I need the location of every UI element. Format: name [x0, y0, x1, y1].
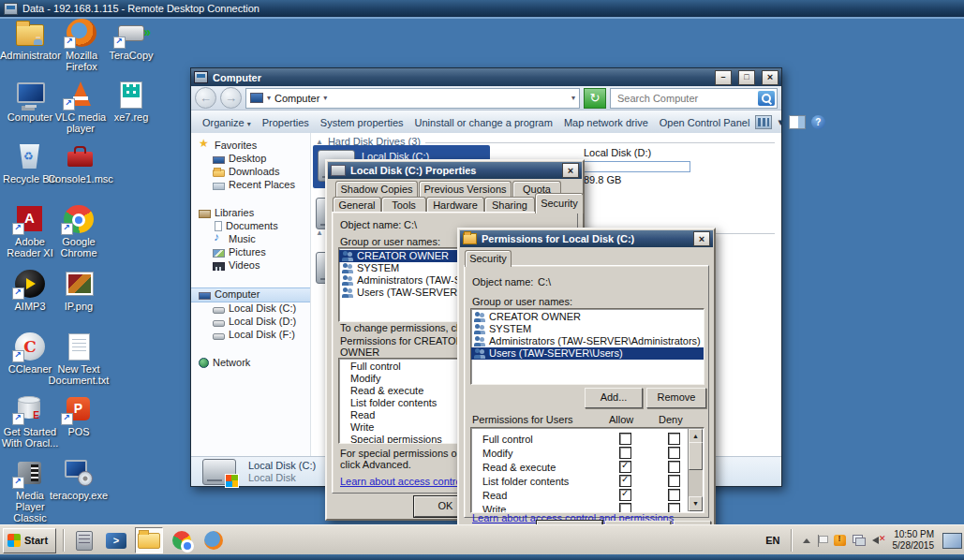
permission-row: Read [471, 488, 704, 502]
back-button[interactable]: ← [195, 87, 216, 109]
vertical-scrollbar[interactable] [688, 429, 703, 511]
deny-checkbox[interactable] [668, 447, 680, 459]
permissions-dialog-title-bar[interactable]: Permissions for Local Disk (C:) [460, 230, 713, 247]
help-icon[interactable] [811, 115, 825, 129]
volume-muted-icon[interactable] [872, 535, 886, 546]
list-item-selected[interactable]: Users (TAW-SERVER\Users) [471, 347, 704, 360]
permissions-dialog: Permissions for Local Disk (C:) Security… [457, 228, 716, 540]
search-input[interactable] [615, 92, 758, 105]
maximize-button[interactable] [738, 70, 755, 85]
minimize-button[interactable] [715, 70, 732, 85]
search-box[interactable] [610, 88, 778, 109]
sidebar-item-music[interactable]: Music [191, 233, 310, 246]
list-item[interactable]: Administrators (TAW-SERVER\Administrator… [471, 335, 704, 347]
permissions-checkbox-list[interactable]: Full control Modify Read & execute List … [470, 427, 704, 513]
show-desktop-button[interactable] [942, 533, 962, 549]
sidebar-item-documents[interactable]: Documents [191, 220, 310, 233]
close-icon[interactable] [693, 231, 710, 246]
open-control-panel-command[interactable]: Open Control Panel [654, 117, 756, 128]
deny-checkbox[interactable] [668, 461, 680, 473]
sidebar-item-desktop[interactable]: Desktop [191, 153, 310, 166]
forward-button[interactable]: → [220, 87, 242, 109]
folder-icon [138, 533, 160, 549]
taskbar-firefox-button[interactable] [200, 528, 227, 553]
allow-checkbox[interactable] [619, 433, 631, 445]
tab-security[interactable]: Security [535, 193, 584, 214]
sidebar-item-local-disk-d[interactable]: Local Disk (D:) [191, 316, 310, 329]
organize-menu[interactable]: Organize ▾ [197, 117, 257, 128]
desktop-icon-new-text-document[interactable]: New Text Document.txt [47, 332, 111, 386]
sidebar-item-videos[interactable]: Videos [191, 259, 310, 273]
taskbar-chrome-button[interactable] [169, 528, 195, 553]
taskbar-powershell-button[interactable] [103, 528, 129, 553]
desktop-icon-chrome[interactable]: Google Chrome [50, 205, 108, 258]
sidebar-item-pictures[interactable]: Pictures [191, 246, 310, 259]
desktop-icon-label: Console1.msc [47, 173, 114, 184]
start-button[interactable]: Start [3, 528, 56, 553]
favorites-star-icon [199, 140, 211, 151]
uninstall-command[interactable]: Uninstall or change a program [409, 117, 558, 128]
sidebar-item-local-disk-c[interactable]: Local Disk (C:) [191, 302, 310, 316]
desktop-icon-console1[interactable]: Console1.msc [47, 142, 114, 184]
change-view-icon[interactable] [755, 115, 772, 129]
clock[interactable]: 10:50 PM 5/28/2015 [893, 529, 937, 552]
system-properties-command[interactable]: System properties [315, 117, 409, 128]
desktop-icon-teracopy-exe[interactable]: teracopy.exe [47, 459, 111, 501]
chevron-down-icon[interactable]: ▾ [778, 116, 783, 128]
breadcrumb[interactable]: Computer [274, 93, 319, 104]
desktop-icon-ip-png[interactable]: IP.png [50, 270, 108, 312]
address-dropdown-icon[interactable]: ▾ [571, 94, 575, 102]
scroll-down-icon[interactable] [689, 496, 703, 511]
remove-button[interactable]: Remove [646, 388, 706, 408]
allow-checkbox[interactable] [619, 447, 631, 459]
preview-pane-icon[interactable] [789, 115, 806, 129]
properties-dialog-title-bar[interactable]: Local Disk (C:) Properties [328, 162, 582, 179]
allow-checkbox[interactable] [619, 489, 631, 501]
rdp-title-bar: Data - 192.168.1.115 - Remote Desktop Co… [0, 0, 964, 17]
allow-checkbox[interactable] [619, 461, 631, 473]
properties-command[interactable]: Properties [257, 117, 315, 128]
scroll-thumb[interactable] [689, 442, 703, 470]
close-icon[interactable] [562, 163, 579, 178]
desktop-icon-pos[interactable]: POS [50, 395, 108, 437]
language-indicator[interactable]: EN [765, 535, 779, 546]
sidebar-item-downloads[interactable]: Downloads [191, 166, 310, 179]
refresh-button[interactable] [584, 88, 606, 109]
desktop-icon-xe7-reg[interactable]: xe7.reg [103, 81, 159, 123]
sidebar-item-recent-places[interactable]: Recent Places [191, 179, 310, 192]
desktop-icon-vlc[interactable]: VLC media player [52, 81, 110, 134]
action-center-flag-icon[interactable] [817, 535, 827, 547]
show-hidden-icons-chevron[interactable] [803, 538, 810, 543]
list-item[interactable]: CREATOR OWNER [471, 311, 704, 323]
sidebar-item-favorites[interactable]: Favorites [191, 140, 310, 153]
group-names-list[interactable]: CREATOR OWNER SYSTEM Administrators (TAW… [470, 308, 704, 385]
list-item[interactable]: SYSTEM [471, 323, 704, 335]
tab-security[interactable]: Security [465, 250, 512, 267]
network-tray-icon[interactable] [853, 535, 866, 546]
explorer-title-bar[interactable]: Computer [191, 68, 781, 86]
close-button[interactable] [762, 70, 779, 85]
allow-checkbox[interactable] [619, 475, 631, 487]
map-network-drive-command[interactable]: Map network drive [558, 117, 654, 128]
desktop-mini-icon [213, 156, 225, 164]
alert-icon[interactable] [834, 535, 846, 546]
taskbar-explorer-button[interactable] [135, 527, 163, 553]
sidebar-item-network[interactable]: Network [191, 357, 310, 370]
address-bar[interactable]: ▾ Computer ▾ ▾ [245, 88, 580, 109]
drive-tile-local-disk-d[interactable]: Local Disk (D:) 89.8 GB [584, 147, 690, 185]
sidebar-item-libraries[interactable]: Libraries [191, 207, 310, 220]
add-button[interactable]: Add... [585, 388, 643, 408]
deny-checkbox[interactable] [668, 433, 680, 445]
tab-shadow-copies[interactable]: Shadow Copies [335, 181, 418, 198]
deny-checkbox[interactable] [668, 489, 680, 501]
disk-icon [213, 333, 225, 340]
allow-column-header: Allow [609, 414, 633, 425]
collapse-caret-icon[interactable]: ▲ [316, 228, 323, 237]
deny-checkbox[interactable] [668, 475, 680, 487]
sidebar-item-local-disk-f[interactable]: Local Disk (F:) [191, 329, 310, 342]
taskbar-server-manager-button[interactable] [71, 528, 97, 553]
sidebar-item-computer[interactable]: Computer [191, 287, 310, 302]
tab-previous-versions[interactable]: Previous Versions [419, 181, 512, 198]
desktop-icon-teracopy[interactable]: TeraCopy [103, 19, 159, 61]
search-icon[interactable] [758, 91, 775, 106]
